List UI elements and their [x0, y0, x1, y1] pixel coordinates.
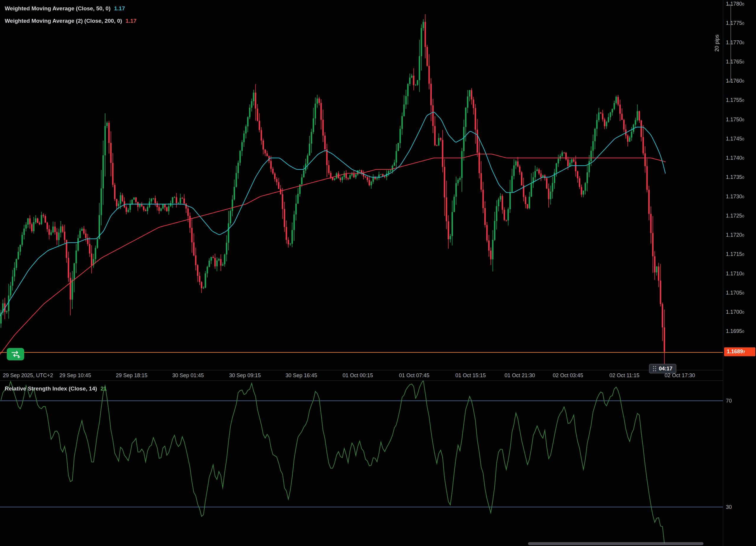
- time-tick-label: 01 Oct 15:15: [455, 372, 486, 379]
- indicator-legend: Weighted Moving Average (Close, 50, 0) 1…: [5, 2, 136, 27]
- time-tick-label: 29 Sep 10:45: [59, 372, 91, 379]
- time-tick-label: 29 Sep 2025, UTC+2: [3, 372, 53, 379]
- time-tick-label: 29 Sep 18:15: [116, 372, 147, 379]
- time-tick-label: 02 Oct 03:45: [553, 372, 583, 379]
- rsi-legend: Relative Strength Index (Close, 14) 21: [5, 382, 107, 395]
- chart-canvas[interactable]: [0, 0, 756, 546]
- price-tick-label: 1.17450: [726, 136, 744, 143]
- price-tick-label: 1.17000: [726, 309, 744, 316]
- last-price-label: 1.16897: [724, 347, 755, 356]
- time-tick-label: 02 Oct 17:30: [664, 372, 695, 379]
- wma200-value: 1.17: [126, 18, 136, 24]
- price-range-label: 20 pips: [714, 35, 720, 52]
- wma200-label: Weighted Moving Average (2) (Close, 200,…: [5, 18, 122, 24]
- price-axis[interactable]: 1.178001.177501.177001.176501.176001.175…: [723, 0, 756, 546]
- swap-arrows-plus-icon: [11, 350, 21, 358]
- time-tick-label: 02 Oct 11:15: [609, 372, 639, 379]
- price-tick-label: 1.17200: [726, 232, 744, 239]
- horizontal-scrollbar[interactable]: [528, 542, 703, 545]
- time-tick-label: 30 Sep 01:45: [172, 372, 204, 379]
- rsi-level-30: 30: [726, 504, 732, 510]
- price-tick-label: 1.17050: [726, 289, 744, 296]
- trade-panel-button[interactable]: [7, 348, 24, 360]
- time-tick-label: 01 Oct 07:45: [399, 372, 429, 379]
- price-tick-label: 1.17100: [726, 271, 744, 277]
- price-tick-label: 1.17300: [726, 193, 744, 201]
- rsi-level-70: 70: [726, 397, 732, 404]
- time-tick-label: 30 Sep 09:15: [229, 372, 261, 379]
- price-tick-label: 1.16950: [726, 328, 744, 335]
- time-tick-label: 01 Oct 00:15: [343, 372, 373, 379]
- bar-countdown-badge[interactable]: 04:17: [649, 364, 676, 373]
- price-tick-label: 1.17550: [726, 97, 744, 104]
- rsi-label: Relative Strength Index (Close, 14): [5, 385, 97, 392]
- legend-rsi[interactable]: Relative Strength Index (Close, 14) 21: [5, 382, 107, 395]
- wma50-label: Weighted Moving Average (Close, 50, 0): [5, 5, 110, 12]
- price-tick-label: 1.17400: [726, 155, 744, 162]
- rsi-value: 21: [101, 385, 107, 392]
- price-tick-label: 1.17250: [726, 213, 744, 220]
- time-tick-label: 30 Sep 16:45: [286, 372, 317, 379]
- time-tick-label: 01 Oct 21:30: [504, 372, 535, 379]
- price-tick-label: 1.17150: [726, 251, 744, 258]
- countdown-text: 04:17: [659, 366, 672, 372]
- time-axis[interactable]: 29 Sep 2025, UTC+229 Sep 10:4529 Sep 18:…: [0, 370, 756, 381]
- price-tick-label: 1.17500: [726, 116, 744, 123]
- price-range-bracket-icon: [728, 5, 731, 82]
- wma50-value: 1.17: [114, 5, 125, 12]
- legend-wma200[interactable]: Weighted Moving Average (2) (Close, 200,…: [5, 15, 136, 27]
- legend-wma50[interactable]: Weighted Moving Average (Close, 50, 0) 1…: [5, 2, 136, 15]
- price-tick-label: 1.17350: [726, 174, 744, 181]
- drag-handle-icon: [653, 366, 656, 371]
